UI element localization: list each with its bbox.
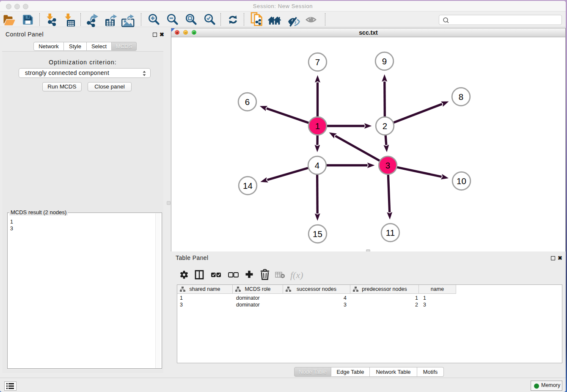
svg-text:3: 3 [385, 160, 390, 170]
svg-text:8: 8 [459, 92, 463, 102]
svg-text:7: 7 [315, 57, 320, 67]
svg-text:9: 9 [382, 56, 387, 66]
svg-text:11: 11 [386, 228, 395, 237]
svg-text:2: 2 [383, 121, 387, 131]
svg-text:4: 4 [315, 160, 319, 170]
svg-text:6: 6 [245, 97, 250, 107]
svg-text:f(x): f(x) [290, 270, 303, 280]
svg-text:10: 10 [457, 176, 466, 186]
svg-text:14: 14 [243, 181, 253, 190]
svg-text:1: 1 [315, 121, 320, 131]
svg-text:15: 15 [313, 229, 322, 239]
